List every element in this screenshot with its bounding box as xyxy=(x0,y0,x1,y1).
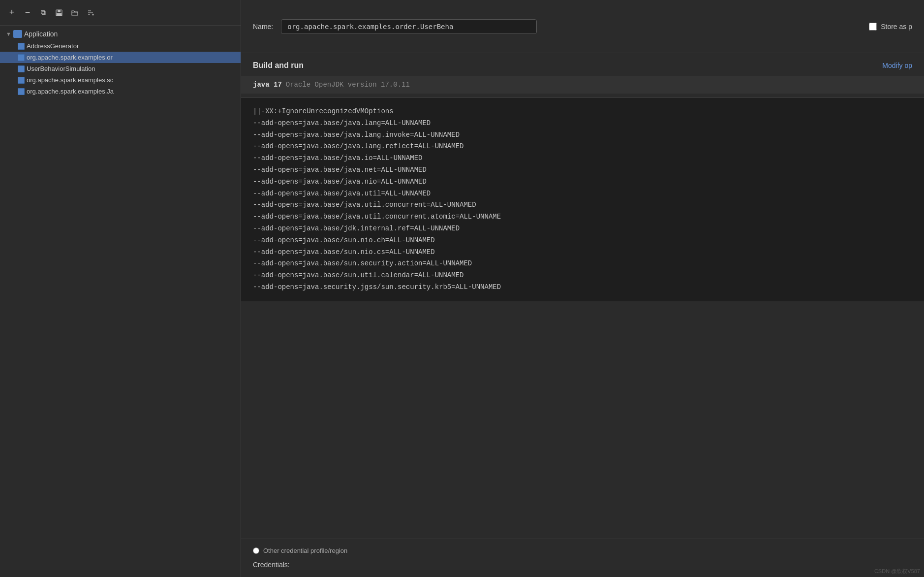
left-panel: + − ⧉ xyxy=(0,0,241,577)
toolbar: + − ⧉ xyxy=(0,0,241,26)
vm-option-line: --add-opens=java.base/sun.nio.ch=ALL-UNN… xyxy=(253,235,912,247)
build-run-title: Build and run xyxy=(253,61,304,70)
folder-button[interactable] xyxy=(68,6,82,20)
vm-option-line: --add-opens=java.base/java.lang.invoke=A… xyxy=(253,129,912,141)
vm-option-line: --add-opens=java.base/java.util=ALL-UNNA… xyxy=(253,188,912,200)
tree-item-0[interactable]: AddressGenerator xyxy=(0,40,241,52)
copy-button[interactable]: ⧉ xyxy=(36,6,50,20)
svg-rect-2 xyxy=(57,13,62,16)
name-label: Name: xyxy=(253,23,273,31)
tree-item-3[interactable]: org.apache.spark.examples.sc xyxy=(0,74,241,86)
collapse-arrow: ▼ xyxy=(6,31,11,37)
vm-option-line: --add-opens=java.base/java.nio=ALL-UNNAM… xyxy=(253,176,912,188)
sort-button[interactable] xyxy=(84,6,97,20)
vm-option-line: --add-opens=java.security.jgss/sun.secur… xyxy=(253,282,912,293)
java-version-bold: java 17 xyxy=(253,81,282,89)
vm-option-line: --add-opens=java.base/sun.nio.cs=ALL-UNN… xyxy=(253,247,912,258)
vm-options-container[interactable]: |-XX:+IgnoreUnrecognizedVMOptions--add-o… xyxy=(241,97,924,301)
tree-item-label-1: org.apache.spark.examples.or xyxy=(27,54,113,61)
tree-item-label-2: UserBehaviorSimulation xyxy=(27,65,95,72)
application-icon xyxy=(13,30,22,38)
file-icon-4 xyxy=(18,88,25,95)
tree-item-label-4: org.apache.spark.examples.Ja xyxy=(27,88,114,95)
file-icon-2 xyxy=(18,65,25,72)
java-version-detail: Oracle OpenJDK version 17.0.11 xyxy=(286,81,410,89)
config-header: Name: Store as p xyxy=(241,0,924,53)
tree-item-1[interactable]: org.apache.spark.examples.or xyxy=(0,52,241,63)
name-input[interactable] xyxy=(281,19,537,34)
credential-row: Other credential profile/region xyxy=(253,547,912,554)
tree-item-label-0: AddressGenerator xyxy=(27,42,79,50)
credential-text: Other credential profile/region xyxy=(263,547,347,554)
java-version-bar: java 17 Oracle OpenJDK version 17.0.11 xyxy=(241,76,924,94)
vm-option-line: --add-opens=java.base/jdk.internal.ref=A… xyxy=(253,223,912,235)
svg-rect-1 xyxy=(58,10,61,12)
tree-item-label-3: org.apache.spark.examples.sc xyxy=(27,76,113,84)
right-panel: Name: Store as p Build and run Modify op… xyxy=(241,0,924,577)
tree-container: ▼ Application AddressGenerator org.apach… xyxy=(0,26,241,577)
vm-option-line: --add-opens=java.base/java.lang=ALL-UNNA… xyxy=(253,118,912,129)
tree-root-application[interactable]: ▼ Application xyxy=(0,28,241,40)
vm-option-line: --add-opens=java.base/java.util.concurre… xyxy=(253,211,912,223)
file-icon-3 xyxy=(18,77,25,84)
build-section: Build and run Modify op java 17 Oracle O… xyxy=(241,53,924,539)
watermark: CSDN @欣权V587 xyxy=(874,568,920,575)
store-as-area: Store as p xyxy=(869,23,912,31)
application-label: Application xyxy=(24,30,58,38)
vm-option-line: --add-opens=java.base/java.net=ALL-UNNAM… xyxy=(253,164,912,176)
credential-radio[interactable] xyxy=(253,547,259,554)
modify-options-link[interactable]: Modify op xyxy=(882,62,912,69)
credentials-label: Credentials: xyxy=(253,560,912,569)
build-run-header: Build and run Modify op xyxy=(241,53,924,76)
tree-item-4[interactable]: org.apache.spark.examples.Ja xyxy=(0,86,241,97)
vm-option-line: --add-opens=java.base/sun.security.actio… xyxy=(253,258,912,270)
vm-option-line: --add-opens=java.base/java.lang.reflect=… xyxy=(253,141,912,153)
tree-item-2[interactable]: UserBehaviorSimulation xyxy=(0,63,241,74)
vm-option-line: --add-opens=java.base/sun.util.calendar=… xyxy=(253,270,912,282)
remove-button[interactable]: − xyxy=(21,6,34,20)
vm-option-line: --add-opens=java.base/java.util.concurre… xyxy=(253,199,912,211)
file-icon-1 xyxy=(18,54,25,61)
bottom-section: Other credential profile/region Credenti… xyxy=(241,539,924,577)
store-as-label: Store as p xyxy=(881,23,912,31)
save-button[interactable] xyxy=(52,6,66,20)
store-as-checkbox[interactable] xyxy=(869,23,877,31)
add-button[interactable]: + xyxy=(5,6,19,20)
file-icon-0 xyxy=(18,43,25,50)
vm-option-line: --add-opens=java.base/java.io=ALL-UNNAME… xyxy=(253,153,912,164)
vm-option-line: |-XX:+IgnoreUnrecognizedVMOptions xyxy=(253,106,912,118)
